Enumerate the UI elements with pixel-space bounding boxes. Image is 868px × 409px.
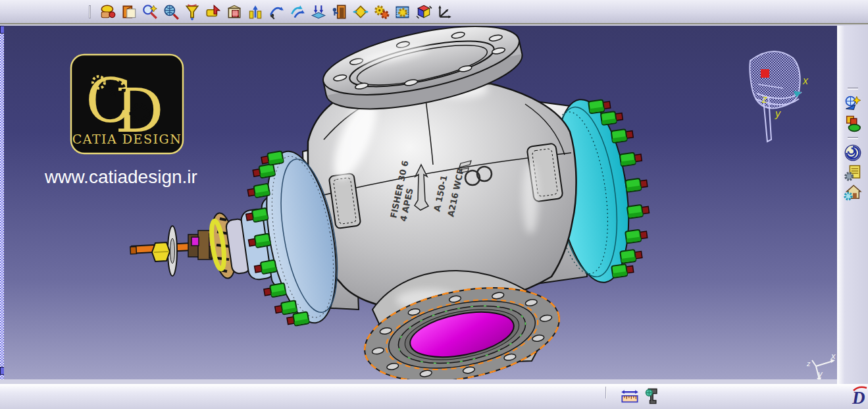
3d-viewport[interactable]: C D CATIA DESIGN www.catiadesign.ir (4, 26, 837, 379)
gear-on-panel-icon[interactable] (394, 2, 412, 22)
examine-globe-magnifier-icon[interactable] (162, 2, 180, 22)
render-camera-icon[interactable] (99, 2, 117, 22)
hatch-door-box-icon[interactable] (225, 2, 243, 22)
catia-design-logo: C D CATIA DESIGN (71, 55, 183, 153)
measure-ruler-icon[interactable] (620, 386, 640, 406)
logo-caption: CATIA DESIGN (72, 132, 182, 146)
home-gear-icon[interactable] (843, 182, 863, 202)
statusbar-separator (605, 387, 607, 398)
settings-sheet-gear-icon[interactable] (843, 163, 863, 182)
triad-y-label: y (817, 369, 823, 379)
toolbar-grip[interactable] (89, 5, 91, 18)
main-toolbar (0, 0, 868, 24)
gear-mechanism-pair-icon[interactable] (372, 2, 391, 22)
right-toolbar (837, 26, 868, 384)
zoom-sparkle-magnifier-icon[interactable] (141, 2, 159, 22)
walk-up-arrow-icon[interactable] (246, 2, 265, 22)
axis-triad: x y z (806, 351, 836, 379)
compass-y-label: y (775, 108, 781, 119)
push-slab-arrow-icon[interactable] (204, 2, 222, 22)
toolbar-separator[interactable] (848, 137, 858, 139)
triad-x-label: x (830, 351, 836, 361)
multi-view-cube-icon[interactable] (415, 2, 433, 22)
fly-through-star-globe-icon[interactable] (843, 94, 863, 113)
model-scene: C D CATIA DESIGN www.catiadesign.ir (4, 26, 837, 379)
update-swirl-icon[interactable] (843, 143, 863, 163)
website-watermark: www.catiadesign.ir (44, 167, 197, 187)
open-catalog-icon[interactable] (120, 2, 138, 22)
triad-z-label: z (806, 360, 811, 368)
turn-head-arrows-icon[interactable] (288, 2, 307, 22)
filter-funnel-icon[interactable] (183, 2, 201, 22)
exploded-view-cube-icon[interactable] (843, 113, 863, 133)
dassault-initial: D (852, 388, 865, 408)
valve-model[interactable]: C D CATIA DESIGN www.catiadesign.ir (44, 26, 836, 379)
clamp-globe-icon[interactable] (642, 386, 662, 406)
toolbar-separator[interactable] (848, 88, 858, 90)
compass-z-label: z (761, 94, 767, 105)
axis-system-icon[interactable] (436, 2, 454, 22)
compass-x-label: x (802, 75, 809, 86)
land-on-surface-icon[interactable] (309, 2, 328, 22)
enter-doorway-icon[interactable] (330, 2, 349, 22)
fly-curve-person-icon[interactable] (267, 2, 286, 22)
view-compass[interactable]: x z y (750, 51, 809, 142)
compass-origin-handle[interactable] (761, 69, 769, 78)
accelerate-diamond-icon[interactable] (351, 2, 370, 22)
status-bar: D (0, 384, 868, 409)
dassault-logo: D (851, 384, 868, 409)
